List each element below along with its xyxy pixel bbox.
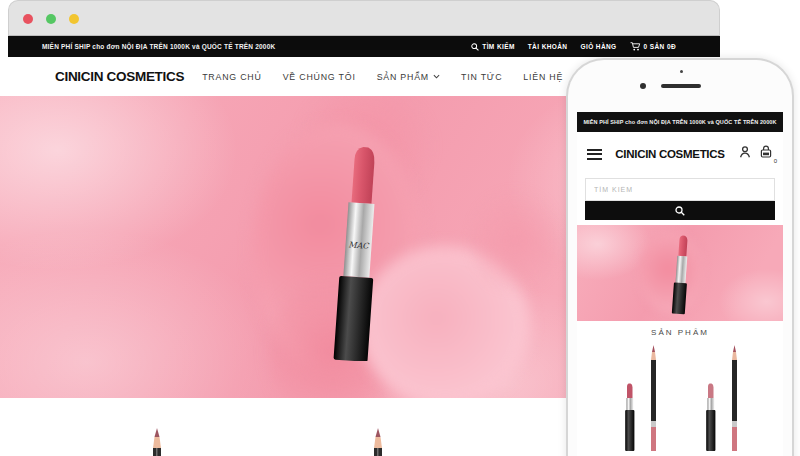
search-input[interactable] bbox=[585, 178, 775, 201]
lipstick-graphic: MAC bbox=[326, 146, 390, 361]
phone-mockup: MIỄN PHÍ SHIP cho đơn NỘI ĐỊA TRÊN 1000K… bbox=[566, 58, 794, 456]
search-icon bbox=[675, 206, 685, 216]
shipping-announcement: MIỄN PHÍ SHIP cho đơn NỘI ĐỊA TRÊN 1000K… bbox=[42, 43, 275, 50]
topbar-menu: TÌM KIẾM TÀI KHOẢN GIỎ HÀNG 0 SẢN 0Đ bbox=[471, 42, 676, 51]
topbar-cart-summary[interactable]: 0 SẢN 0Đ bbox=[630, 42, 676, 51]
search-icon bbox=[471, 43, 479, 51]
topbar-search-label: TÌM KIẾM bbox=[482, 43, 514, 50]
lip-pencil-graphic[interactable] bbox=[372, 428, 384, 456]
mobile-header: CINICIN COSMETICS 0 bbox=[577, 132, 783, 176]
mobile-announcement-bar: MIỄN PHÍ SHIP cho đơn NỘI ĐỊA TRÊN 1000K… bbox=[577, 112, 783, 132]
lipstick-graphic bbox=[622, 383, 637, 451]
main-nav: TRANG CHỦ VỀ CHÚNG TÔI SẢN PHẨM TIN TỨC … bbox=[202, 72, 563, 82]
menu-icon[interactable] bbox=[587, 146, 602, 162]
smoke-blob bbox=[470, 186, 560, 296]
announcement-bar: MIỄN PHÍ SHIP cho đơn NỘI ĐỊA TRÊN 1000K… bbox=[8, 36, 720, 57]
nav-contact-label: LIÊN HỆ bbox=[523, 72, 563, 82]
phone-camera bbox=[640, 83, 646, 89]
lipstick-graphic bbox=[669, 235, 693, 315]
topbar-account-link[interactable]: TÀI KHOẢN bbox=[528, 43, 568, 50]
lip-pencil-graphic bbox=[650, 345, 657, 451]
brand-mark: MAC bbox=[348, 240, 370, 250]
window-maximize-button[interactable] bbox=[46, 14, 56, 24]
page: MIỄN PHÍ SHIP cho đơn NỘI ĐỊA TRÊN 1000K… bbox=[0, 0, 800, 456]
phone-sensor bbox=[680, 70, 683, 73]
lip-pencil-graphic[interactable] bbox=[151, 428, 163, 456]
lipstick-graphic bbox=[703, 383, 718, 451]
window-minimize-button[interactable] bbox=[69, 14, 79, 24]
nav-item-products[interactable]: SẢN PHẨM bbox=[377, 72, 440, 82]
product-item[interactable] bbox=[622, 345, 657, 451]
search-button[interactable] bbox=[585, 201, 775, 220]
topbar-account-label: TÀI KHOẢN bbox=[528, 43, 568, 50]
nav-home-label: TRANG CHỦ bbox=[202, 72, 262, 82]
lip-pencil-graphic bbox=[731, 345, 738, 451]
nav-item-news[interactable]: TIN TỨC bbox=[461, 72, 502, 82]
mobile-search bbox=[577, 176, 783, 220]
topbar-cart-summary-label: 0 SẢN 0Đ bbox=[644, 43, 676, 50]
nav-item-about[interactable]: VỀ CHÚNG TÔI bbox=[283, 72, 356, 82]
topbar-cart-label: GIỎ HÀNG bbox=[580, 43, 616, 50]
phone-screen: MIỄN PHÍ SHIP cho đơn NỘI ĐỊA TRÊN 1000K… bbox=[577, 112, 783, 456]
mobile-hero-banner bbox=[577, 225, 783, 321]
products-row bbox=[577, 345, 783, 451]
cart-icon bbox=[630, 42, 641, 51]
browser-chrome-bar bbox=[8, 0, 720, 36]
topbar-search-link[interactable]: TÌM KIẾM bbox=[471, 43, 514, 51]
cart-bag-icon[interactable]: 0 bbox=[759, 145, 773, 163]
topbar-cart-link[interactable]: GIỎ HÀNG bbox=[580, 43, 616, 50]
nav-item-contact[interactable]: LIÊN HỆ bbox=[523, 72, 563, 82]
site-logo[interactable]: CINICIN COSMETICS bbox=[55, 69, 184, 84]
products-heading: SẢN PHẨM bbox=[577, 328, 783, 337]
cart-count-badge: 0 bbox=[774, 158, 777, 164]
product-item[interactable] bbox=[703, 345, 738, 451]
mobile-header-icons: 0 bbox=[738, 145, 773, 163]
phone-speaker bbox=[661, 84, 701, 88]
nav-about-label: VỀ CHÚNG TÔI bbox=[283, 72, 356, 82]
account-icon[interactable] bbox=[738, 145, 752, 163]
nav-news-label: TIN TỨC bbox=[461, 72, 502, 82]
nav-item-home[interactable]: TRANG CHỦ bbox=[202, 72, 262, 82]
window-close-button[interactable] bbox=[23, 14, 33, 24]
mobile-site-logo[interactable]: CINICIN COSMETICS bbox=[602, 148, 738, 160]
chevron-down-icon bbox=[433, 74, 440, 79]
nav-products-label: SẢN PHẨM bbox=[377, 72, 429, 82]
mobile-products-section: SẢN PHẨM bbox=[577, 328, 783, 451]
